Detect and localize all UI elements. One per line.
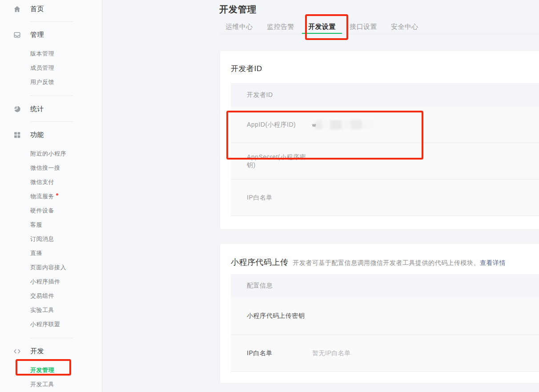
pie-chart-icon [13,105,21,113]
table-header-row: 配置信息 [231,274,539,297]
tab-bar: 运维中心 监控告警 开发设置 接口设置 安全中心 [225,20,418,34]
sidebar-item-user-feedback[interactable]: 用户反馈 [0,75,102,89]
sidebar-divider [30,21,73,22]
sidebar-item-features[interactable]: 功能 [0,128,102,141]
sidebar-item-nearby-miniprogram[interactable]: 附近的小程序 [0,147,102,161]
home-icon [13,5,21,13]
page-title: 开发管理 [219,4,257,16]
sidebar-item-dev-manage[interactable]: 开发管理 [0,363,102,377]
tab-ops-center[interactable]: 运维中心 [225,20,253,34]
code-upload-card: 小程序代码上传 开发者可基于配置信息调用微信开发者工具提供的代码上传模块。 查看… [220,243,539,384]
sidebar-item-live[interactable]: 直播 [0,246,102,260]
sidebar-item-member-manage[interactable]: 成员管理 [0,61,102,75]
sidebar-item-statistics[interactable]: 统计 [0,103,102,115]
new-badge-dot [56,193,58,196]
sidebar-item-home[interactable]: 首页 [0,3,102,15]
redacted-text-remnant: w [312,122,316,128]
sidebar-item-label: 管理 [30,31,44,39]
appid-value-redacted: w [312,120,374,129]
sidebar-item-miniprogram-union[interactable]: 小程序联盟 [0,317,102,332]
sidebar-item-label: 功能 [30,131,44,139]
sidebar-item-subscribe-message[interactable]: 订阅消息 [0,232,102,246]
code-icon [13,348,21,355]
tab-dev-settings[interactable]: 开发设置 [308,20,336,34]
table-row-upload-key: 小程序代码上传密钥 [231,297,539,335]
developer-id-table: 开发者ID AppID(小程序ID) w AppSecret(小程序密钥) IP… [231,83,539,216]
developer-id-card: 开发者ID 开发者ID AppID(小程序ID) w AppSecret(小程序… [220,50,539,230]
sidebar-item-customer-service[interactable]: 客服 [0,218,102,232]
ip-whitelist-label: IP白名单 [247,349,312,357]
upload-key-label: 小程序代码上传密钥 [247,312,312,320]
table-row-appid: AppID(小程序ID) w [231,107,539,143]
table-header-label: 开发者ID [247,91,312,99]
code-upload-table: 配置信息 小程序代码上传密钥 IP白名单 暂无IP白名单 [231,274,539,372]
card-title: 小程序代码上传 [231,257,289,268]
sidebar-item-manage[interactable]: 管理 [0,28,102,41]
appsecret-label: AppSecret(小程序密钥) [247,153,312,169]
card-title: 开发者ID [231,64,539,74]
tab-security-center[interactable]: 安全中心 [391,20,418,34]
sidebar-item-label: 开发 [30,347,44,356]
sidebar-item-page-content[interactable]: 页面内容接入 [0,260,102,275]
table-row-appsecret: AppSecret(小程序密钥) [231,143,539,180]
sidebar: 首页 管理 版本管理 成员管理 用户反馈 统计 [0,0,102,392]
sidebar-divider [30,96,73,96]
main-content: 开发管理 运维中心 监控告警 开发设置 接口设置 安全中心 开发者ID 开发者I… [102,0,539,392]
table-header-label: 配置信息 [247,282,312,290]
sidebar-item-miniprogram-plugin[interactable]: 小程序插件 [0,275,102,289]
tab-api-settings[interactable]: 接口设置 [350,20,377,34]
sidebar-item-label: 首页 [30,5,44,13]
card-description: 开发者可基于配置信息调用微信开发者工具提供的代码上传模块。 [293,259,480,267]
sidebar-item-dev-tools[interactable]: 开发工具 [0,377,102,392]
card-header: 小程序代码上传 开发者可基于配置信息调用微信开发者工具提供的代码上传模块。 查看… [231,257,539,268]
inbox-icon [13,31,21,39]
table-row-ip-whitelist: IP白名单 [231,180,539,216]
sidebar-item-experiment-tools[interactable]: 实验工具 [0,303,102,317]
sidebar-item-wechat-pay[interactable]: 微信支付 [0,175,102,189]
sidebar-divider [30,338,73,338]
table-header-row: 开发者ID [231,83,539,107]
appid-label: AppID(小程序ID) [247,121,312,129]
view-details-link[interactable]: 查看详情 [480,259,506,267]
sidebar-item-trade-component[interactable]: 交易组件 [0,289,102,303]
ip-whitelist-value: 暂无IP白名单 [312,349,351,357]
blurred-value-pill [314,120,374,130]
sidebar-item-version-manage[interactable]: 版本管理 [0,47,102,61]
sidebar-item-hardware[interactable]: 硬件设备 [0,204,102,218]
sidebar-item-develop[interactable]: 开发 [0,345,102,357]
sidebar-item-label: 统计 [30,105,44,113]
sidebar-divider [30,121,73,122]
tab-bar-divider [219,34,539,34]
tab-monitor-alert[interactable]: 监控告警 [267,20,294,34]
grid-icon [13,131,21,139]
table-row-ip-whitelist: IP白名单 暂无IP白名单 [231,335,539,372]
sidebar-item-wechat-search[interactable]: 微信搜一搜 [0,161,102,175]
sidebar-item-logistics[interactable]: 物流服务 [0,189,102,204]
ip-whitelist-label: IP白名单 [247,194,312,202]
